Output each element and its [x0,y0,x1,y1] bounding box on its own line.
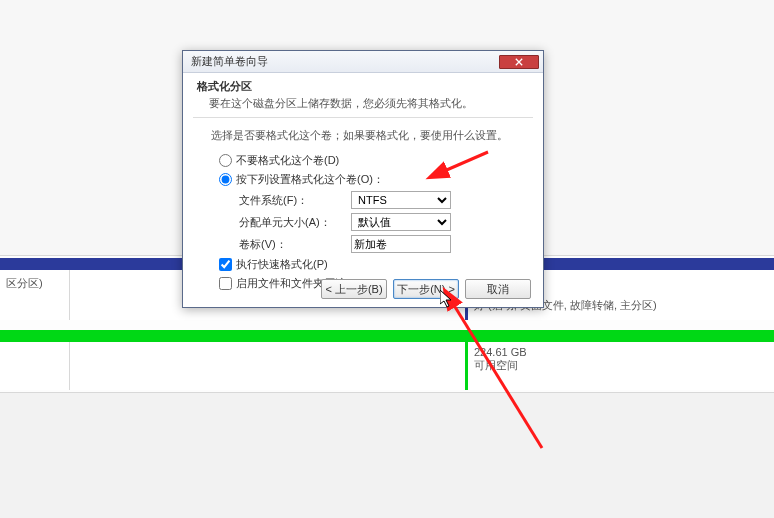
quick-format-checkbox[interactable] [219,258,232,271]
radio-no-format-label: 不要格式化这个卷(D) [236,153,339,168]
radio-no-format-row[interactable]: 不要格式化这个卷(D) [183,151,543,170]
close-button[interactable] [499,55,539,69]
quick-format-label: 执行快速格式化(P) [236,257,328,272]
filesystem-label: 文件系统(F)： [239,193,351,208]
allocation-row: 分配单元大小(A)： 默认值 [183,211,543,233]
disk-label-cell-2 [0,342,70,390]
filesystem-row: 文件系统(F)： NTFS [183,189,543,211]
bg-bottom-area [0,392,774,518]
unalloc-size: 224.61 GB [474,346,768,358]
disk-label-cell: 区分区) [0,270,70,320]
unallocated-cell[interactable]: 224.61 GB 可用空间 [465,342,774,390]
volume-name-input[interactable] [351,235,451,253]
cancel-button[interactable]: 取消 [465,279,531,299]
radio-format-label: 按下列设置格式化这个卷(O)： [236,172,384,187]
next-button[interactable]: 下一步(N) > [393,279,459,299]
dialog-title: 新建简单卷向导 [187,54,499,69]
quick-format-row[interactable]: 执行快速格式化(P) [183,255,543,274]
dialog-buttons: < 上一步(B) 下一步(N) > 取消 [321,279,531,299]
volume-bar-green [0,330,774,342]
divider [193,117,533,118]
back-button[interactable]: < 上一步(B) [321,279,387,299]
close-icon [515,58,523,66]
volume-name-row: 卷标(V)： [183,233,543,255]
radio-no-format[interactable] [219,154,232,167]
wizard-dialog: 新建简单卷向导 格式化分区 要在这个磁盘分区上储存数据，您必须先将其格式化。 选… [182,50,544,308]
compress-checkbox[interactable] [219,277,232,290]
unalloc-label: 可用空间 [474,358,768,373]
allocation-label: 分配单元大小(A)： [239,215,351,230]
allocation-select[interactable]: 默认值 [351,213,451,231]
dialog-subheading: 要在这个磁盘分区上储存数据，您必须先将其格式化。 [183,96,543,117]
radio-format-row[interactable]: 按下列设置格式化这个卷(O)： [183,170,543,189]
volume-name-label: 卷标(V)： [239,237,351,252]
radio-format[interactable] [219,173,232,186]
dialog-instruction: 选择是否要格式化这个卷；如果要格式化，要使用什么设置。 [183,126,543,151]
filesystem-select[interactable]: NTFS [351,191,451,209]
dialog-heading: 格式化分区 [183,73,543,96]
volume-row-2: 224.61 GB 可用空间 [0,342,774,390]
titlebar[interactable]: 新建简单卷向导 [183,51,543,73]
left-cell-text: 区分区) [6,277,43,289]
